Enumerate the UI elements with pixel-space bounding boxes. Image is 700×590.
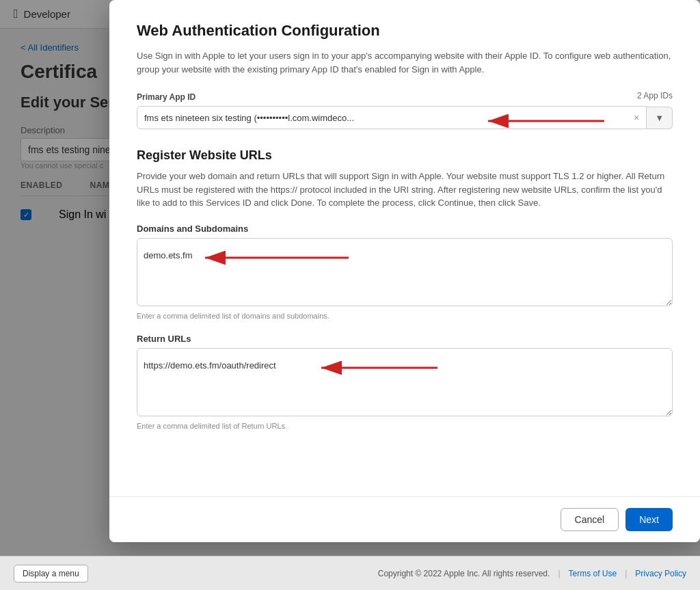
app-id-input[interactable]: fms ets nineteen six testing (••••••••••… <box>137 106 647 129</box>
display-menu-button[interactable]: Display a menu <box>14 565 88 582</box>
modal-dialog: Web Authentication Configuration Use Sig… <box>109 0 700 542</box>
domains-field-container: demo.ets.fm <box>137 238 673 309</box>
copyright-text: Copyright © 2022 Apple Inc. All rights r… <box>378 569 550 578</box>
return-urls-textarea[interactable] <box>137 348 673 416</box>
modal-body: Web Authentication Configuration Use Sig… <box>109 0 700 496</box>
app-id-row: fms ets nineteen six testing (••••••••••… <box>137 106 673 129</box>
register-title: Register Website URLs <box>137 148 673 163</box>
terms-link[interactable]: Terms of Use <box>569 569 617 578</box>
app-ids-count: 2 App IDs <box>637 91 673 100</box>
register-description: Provide your web domain and return URLs … <box>137 170 673 210</box>
return-urls-wrapper: Return URLs https://demo.ets.fm/oauth/re… <box>137 334 673 430</box>
separator-1: | <box>558 569 560 578</box>
domains-textarea[interactable] <box>137 238 673 306</box>
modal-title: Web Authentication Configuration <box>137 22 673 40</box>
privacy-link[interactable]: Privacy Policy <box>635 569 686 578</box>
domains-hint: Enter a comma delimited list of domains … <box>137 312 673 320</box>
clear-icon[interactable]: × <box>634 112 639 123</box>
app-id-value: fms ets nineteen six testing (••••••••••… <box>144 113 354 123</box>
app-id-dropdown-button[interactable]: ▼ <box>647 107 673 129</box>
primary-app-id-section: Primary App ID 2 App IDs fms ets ninetee… <box>137 92 673 129</box>
return-urls-label: Return URLs <box>137 334 673 344</box>
cancel-button[interactable]: Cancel <box>561 508 619 531</box>
modal-footer: Cancel Next <box>109 496 700 542</box>
return-urls-hint: Enter a comma delimited list of Return U… <box>137 422 673 430</box>
next-button[interactable]: Next <box>625 508 673 531</box>
modal-description: Use Sign in with Apple to let your users… <box>137 49 673 76</box>
primary-app-id-label: Primary App ID <box>137 92 673 102</box>
domains-wrapper: Domains and Subdomains demo.ets.fm <box>137 224 673 320</box>
domains-label: Domains and Subdomains <box>137 224 673 234</box>
page-footer: Display a menu Copyright © 2022 Apple In… <box>0 556 700 590</box>
return-urls-field-container: https://demo.ets.fm/oauth/redirect <box>137 348 673 419</box>
separator-2: | <box>625 569 627 578</box>
register-section: Register Website URLs Provide your web d… <box>137 148 673 430</box>
footer-links: Copyright © 2022 Apple Inc. All rights r… <box>378 569 686 578</box>
